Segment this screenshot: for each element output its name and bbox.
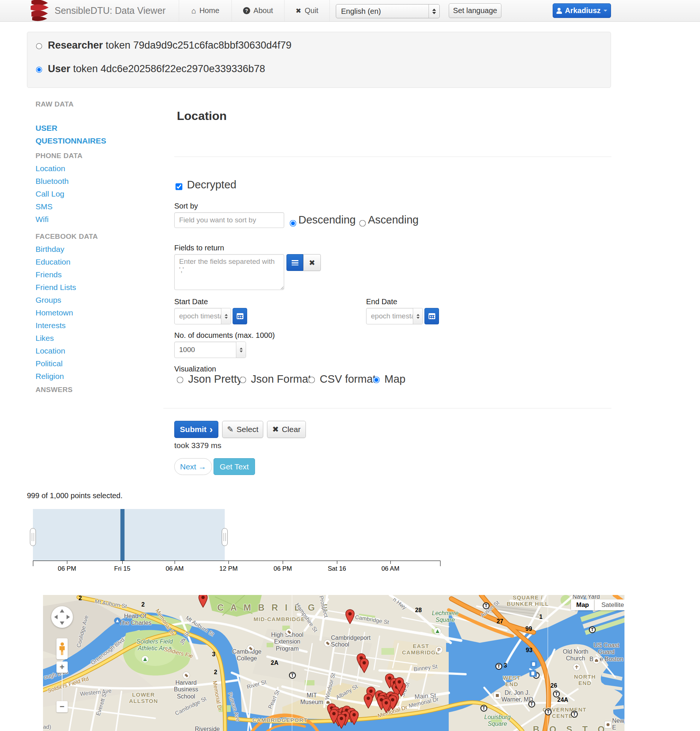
next-button[interactable]: Next → [174,458,212,475]
tree-icon [142,656,148,663]
pan-down-icon[interactable] [60,621,64,625]
home-icon: ⌂ [191,6,196,15]
sidebar-item[interactable]: Political [36,357,148,370]
end-date-label: End Date [366,297,397,306]
researcher-token-radio[interactable] [36,43,42,49]
start-date-label: Start Date [174,297,208,306]
sidebar-item[interactable]: ANSWERS [36,383,148,396]
map-type-map-button[interactable]: Map [571,599,594,610]
visualization-option[interactable]: CSV format [307,373,376,385]
pan-up-icon[interactable] [60,609,64,613]
fields-to-return-textarea[interactable] [174,254,284,290]
end-date-stepper[interactable] [413,308,423,324]
map-canvas[interactable]: Mt Auburn StMt Auburn StHead Of The Char… [43,595,624,731]
pegman-control[interactable] [56,638,68,659]
nav-quit[interactable]: ✖ Quit [284,0,330,21]
visualization-option[interactable]: Json Pretty [176,373,242,385]
user-token-radio[interactable] [36,67,42,73]
sidebar-item[interactable]: SMS [36,200,148,213]
map-marker[interactable] [349,710,359,725]
ascending-radio[interactable] [359,220,366,227]
navbar: SensibleDTU: Data Viewer ⌂ Home ? About … [0,0,700,22]
sidebar-item[interactable]: Groups [36,294,148,306]
start-date-field [174,308,231,324]
tcircle-icon [545,709,552,715]
visualization-option[interactable]: Json Format [239,373,311,385]
docs-label: No. of documents (max. 1000) [174,331,275,340]
map-marker[interactable] [394,677,404,692]
calendar-icon [429,313,435,319]
map-marker[interactable] [337,714,346,729]
caret-down-icon [604,10,607,12]
set-language-button[interactable]: Set language [449,3,501,18]
map-marker[interactable] [381,698,391,713]
medsq-icon [494,692,501,699]
map-marker[interactable] [345,609,355,624]
pan-left-icon[interactable] [54,615,58,619]
sidebar-item[interactable]: FACEBOOK DATA [36,230,148,243]
map-marker[interactable] [359,658,369,673]
sidebar-item[interactable]: Location [36,162,148,175]
map-type-satellite-button[interactable]: Satellite [595,599,624,610]
brush-handle-right[interactable] [222,528,228,546]
start-date-stepper[interactable] [221,308,231,324]
question-icon: ? [243,7,250,14]
nav-about[interactable]: ? About [231,0,284,21]
start-date-calendar-button[interactable] [233,308,247,324]
sidebar-item[interactable]: Religion [36,370,148,383]
decrypted-checkbox[interactable] [175,183,182,190]
sidebar-item[interactable]: Bluetooth [36,175,148,188]
sidebar-item[interactable]: Hometown [36,306,148,319]
tcircle-icon [483,602,489,609]
researcher-label: Researcher [48,40,103,51]
pan-right-icon[interactable] [67,615,70,619]
submit-button[interactable]: Submit › [174,421,218,438]
sidebar-item[interactable]: RAW DATA [36,98,148,111]
end-date-calendar-button[interactable] [424,308,439,324]
language-select[interactable]: English (en) [336,4,440,18]
sidebar-item[interactable]: Interests [36,319,148,332]
fields-list-button[interactable] [286,254,303,271]
sort-by-label: Sort by [174,202,198,210]
pegman-icon [59,642,65,655]
sidebar: RAW DATA USER QUESTIONNAIRES PHONE DATA … [36,98,148,396]
docs-input[interactable] [174,342,246,358]
descending-radio[interactable] [290,220,297,227]
clear-button[interactable]: ✖ Clear [267,421,306,438]
sidebar-item[interactable]: QUESTIONNAIRES [36,135,148,147]
sort-by-input[interactable] [174,212,284,228]
sidebar-item[interactable]: PHONE DATA [36,149,148,162]
sidebar-item[interactable]: Wifi [36,213,148,226]
visualization-option[interactable]: Map [372,373,405,385]
visualization-label: Visualization [174,365,216,373]
select-stepper-icon [429,4,439,18]
grad-icon [324,640,331,647]
map-marker[interactable] [198,595,208,608]
sidebar-item[interactable]: Likes [36,332,148,345]
map-pan-control[interactable] [51,606,73,628]
quit-icon: ✖ [296,7,301,15]
sidebar-item[interactable]: USER [36,122,148,135]
get-text-button[interactable]: Get Text [214,458,255,475]
timeline-brush[interactable] [33,509,225,561]
tcircle-icon [571,711,578,718]
grad-icon [183,672,190,679]
zoom-out-button[interactable]: − [56,701,68,712]
token-panel: Researcher token 79da9d9c251c6fac8bbf306… [27,32,611,88]
user-menu-button[interactable]: Arkadiusz [553,3,611,18]
sidebar-item[interactable]: Friends [36,268,148,281]
sidebar-item[interactable]: Location [36,345,148,357]
zoom-in-button[interactable]: + [56,661,68,673]
end-date-field [366,308,423,324]
tcircle-icon [495,663,502,670]
sidebar-item[interactable]: Education [36,256,148,268]
sidebar-item[interactable]: Call Log [36,188,148,200]
fields-clear-button[interactable]: ✖ [303,254,321,271]
sidebar-item[interactable]: Friend Lists [36,281,148,294]
brush-handle-left[interactable] [30,528,36,546]
select-button[interactable]: ✎ Select [222,421,263,438]
docs-stepper[interactable] [236,342,246,358]
map-marker[interactable] [363,694,373,709]
sidebar-item[interactable]: Birthday [36,243,148,256]
nav-home[interactable]: ⌂ Home [179,0,231,21]
